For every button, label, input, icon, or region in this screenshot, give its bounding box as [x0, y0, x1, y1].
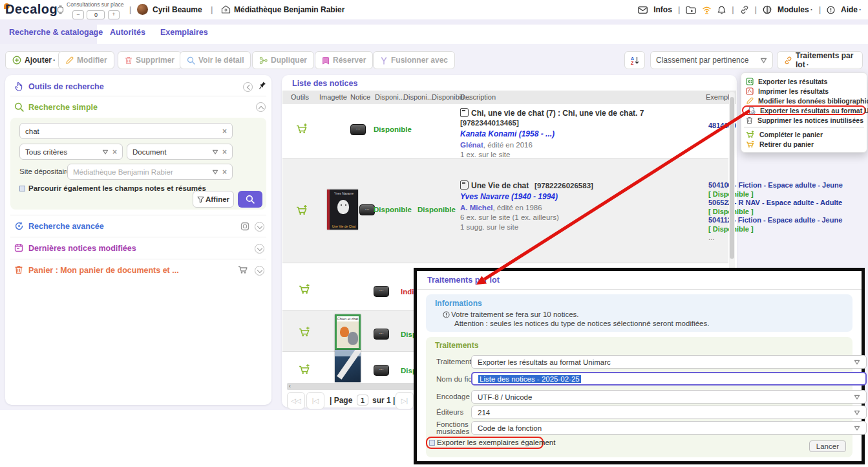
- basket-section-title[interactable]: Panier : Mon panier de documents et ...: [28, 266, 179, 275]
- search-submit-button[interactable]: [238, 191, 262, 208]
- record-publisher-link[interactable]: Glénat: [460, 141, 483, 149]
- record-publisher-link[interactable]: A. Michel: [460, 204, 492, 212]
- menu-item-complete-basket[interactable]: Compléter le panier: [741, 129, 867, 139]
- notice-chip-icon[interactable]: ⋯: [374, 365, 389, 376]
- column-header-notice[interactable]: Notice: [350, 93, 370, 101]
- clear-query-icon[interactable]: ×: [222, 127, 227, 136]
- pagination-page-input[interactable]: [357, 395, 368, 406]
- record-title[interactable]: Chi, une vie de chat (7) : Chi, une vie …: [471, 109, 644, 118]
- search-query-input[interactable]: chat ×: [19, 123, 233, 139]
- cart-plus-icon[interactable]: [299, 283, 311, 294]
- funnel-icon: [197, 196, 204, 203]
- doctype-select[interactable]: Document ×: [127, 144, 233, 160]
- column-header-dispo2[interactable]: Disponi...: [403, 93, 433, 101]
- record-author-link[interactable]: Yves Navarre (1940 - 1994): [460, 192, 558, 201]
- recent-records-title[interactable]: Dernières notices modifiées: [28, 244, 136, 253]
- modules-menu[interactable]: Modules: [778, 5, 813, 14]
- book-cover-abstract[interactable]: [335, 350, 361, 382]
- cart-plus-icon[interactable]: [296, 204, 308, 215]
- notice-chip-icon[interactable]: ⋯: [350, 124, 366, 135]
- record-author-link[interactable]: Kanata Konami (1958 - ...): [460, 129, 555, 138]
- traitement-select[interactable]: Exporter les résultats au format Unimarc: [471, 355, 867, 369]
- clear-doctype-icon[interactable]: ×: [222, 147, 227, 157]
- collapse-simple-search-button[interactable]: [256, 102, 266, 112]
- tab-autorites[interactable]: Autorités: [110, 28, 145, 37]
- column-header-imagette[interactable]: Imagette: [319, 93, 347, 101]
- site-select[interactable]: Médiathèque Benjamin Rabier ×: [67, 164, 233, 180]
- user-name[interactable]: Cyril Beaume: [153, 5, 202, 14]
- infos-link[interactable]: Infos: [653, 5, 672, 14]
- export-exemplaires-checkbox[interactable]: [429, 440, 435, 446]
- library-name[interactable]: Médiathèque Benjamin Rabier: [234, 5, 344, 14]
- criteria-select[interactable]: Tous critères ×: [19, 144, 123, 160]
- menu-item-print-results[interactable]: Imprimer les résultats: [741, 86, 867, 96]
- reserve-button[interactable]: Réserver: [315, 51, 373, 69]
- clear-site-icon[interactable]: ×: [222, 168, 227, 177]
- popout-icon[interactable]: [240, 222, 249, 231]
- menu-item-export-unimarc[interactable]: Exporter les résultats au format Unimarc: [742, 105, 866, 115]
- edit-button[interactable]: Modifier: [58, 51, 114, 69]
- clear-criteria-icon[interactable]: ×: [112, 147, 117, 157]
- encodage-select[interactable]: UTF-8 / Unicode: [471, 390, 867, 404]
- sort-direction-button[interactable]: AZ: [624, 51, 645, 69]
- chevron-down-icon: [854, 410, 860, 415]
- notice-chip-icon[interactable]: ⋯: [374, 286, 389, 297]
- expand-basket-button[interactable]: [255, 266, 264, 276]
- fonctions-select[interactable]: Code de la fonction: [471, 421, 867, 435]
- pagination-next-button[interactable]: ▷|: [396, 392, 414, 409]
- user-avatar[interactable]: [137, 4, 148, 15]
- simple-search-title[interactable]: Recherche simple: [28, 103, 98, 112]
- application-window: Decalog Consultations sur place − + | Cy…: [0, 0, 868, 467]
- bookmark-icon: [322, 56, 330, 65]
- bell-icon[interactable]: [717, 6, 726, 14]
- record-title[interactable]: Une Vie de chat: [471, 181, 529, 190]
- editeurs-select[interactable]: 214: [471, 406, 867, 419]
- tab-recherche-catalogage[interactable]: Recherche & catalogage: [9, 28, 103, 37]
- chain-link-icon[interactable]: [740, 5, 749, 14]
- expand-advanced-search-button[interactable]: [255, 222, 264, 232]
- pagination-prev-button[interactable]: |◁: [306, 392, 324, 409]
- cart-icon[interactable]: [238, 265, 248, 274]
- menu-item-edit-biblio[interactable]: Modifier les données bibliographiques: [741, 96, 867, 105]
- launch-button[interactable]: Lancer: [809, 440, 846, 452]
- tab-exemplaires[interactable]: Exemplaires: [160, 28, 208, 37]
- menu-item-remove-from-basket[interactable]: Retirer du panier: [741, 139, 867, 149]
- cart-plus-icon: [746, 130, 755, 138]
- app-logo: Decalog: [5, 2, 58, 17]
- view-detail-button[interactable]: Voir le détail: [180, 51, 251, 69]
- advanced-search-title[interactable]: Recherche avancée: [28, 222, 104, 231]
- cart-plus-icon[interactable]: [296, 123, 308, 134]
- sort-order-select[interactable]: Classement par pertinence: [650, 51, 773, 69]
- book-cover-chien-et-chat[interactable]: Chien et chat: [335, 314, 361, 350]
- consultations-decrement-button[interactable]: −: [72, 10, 84, 19]
- consultations-increment-button[interactable]: +: [108, 10, 120, 19]
- pin-icon[interactable]: [259, 81, 267, 90]
- scrollbar-thumb[interactable]: [730, 97, 734, 259]
- column-header-description[interactable]: Description: [460, 93, 496, 101]
- cart-plus-icon[interactable]: [299, 326, 311, 337]
- menu-item-delete-unused[interactable]: Supprimer les notices inutilisées: [741, 115, 867, 125]
- consultations-count-input[interactable]: [87, 10, 105, 19]
- refine-button[interactable]: Affiner: [193, 191, 234, 208]
- book-cover-une-vie-de-chat[interactable]: Yves Navarre Une Vie de Chat: [327, 190, 358, 230]
- menu-item-export-results[interactable]: Exporter les résultats: [741, 76, 867, 86]
- add-button[interactable]: Ajouter: [5, 51, 63, 69]
- notice-chip-icon[interactable]: ⋯: [374, 329, 389, 340]
- notice-chip-icon[interactable]: ⋯: [359, 204, 375, 215]
- library-building-icon: [221, 5, 231, 14]
- notes-checkbox[interactable]: [19, 186, 25, 191]
- delete-button[interactable]: Supprimer: [118, 51, 182, 69]
- expand-recent-records-button[interactable]: [255, 244, 264, 254]
- pagination-first-button[interactable]: ◁◁: [287, 392, 305, 409]
- merge-button[interactable]: Fusionner avec: [373, 51, 455, 69]
- column-header-dispo1[interactable]: Disponi...: [375, 93, 405, 101]
- column-header-outils[interactable]: Outils: [291, 93, 309, 101]
- duplicate-button[interactable]: Dupliquer: [252, 51, 314, 69]
- collapse-panel-button[interactable]: [243, 82, 253, 92]
- filename-input[interactable]: Liste des notices - 2025-02-25: [471, 372, 867, 386]
- batch-actions-button[interactable]: Traitements par lot: [777, 51, 863, 69]
- broadcast-icon[interactable]: [702, 6, 712, 14]
- cart-plus-icon[interactable]: [299, 364, 311, 375]
- aide-menu[interactable]: Aide: [841, 5, 862, 14]
- folder-icon[interactable]: [686, 6, 696, 14]
